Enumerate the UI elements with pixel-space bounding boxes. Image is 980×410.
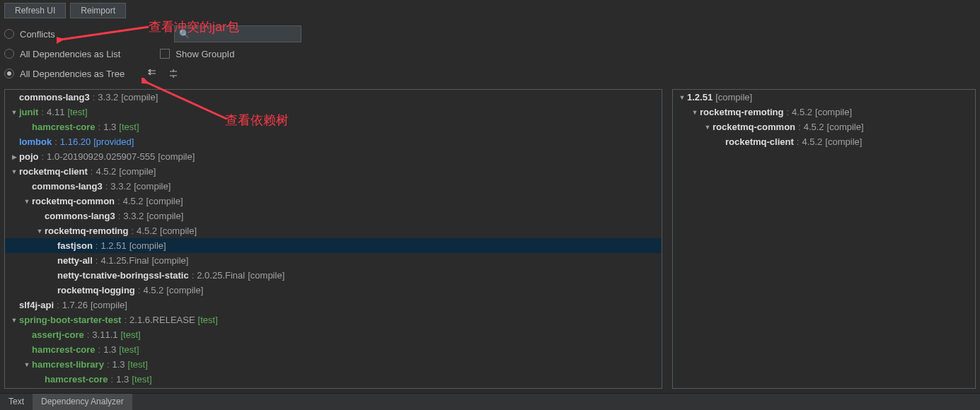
show-groupid-checkbox[interactable] [160, 49, 170, 59]
separator: : [117, 196, 120, 206]
tree-toggle-icon[interactable] [9, 317, 19, 324]
tree-row[interactable]: rocketmq-remoting:4.5.2 [compile] [673, 105, 975, 119]
tree-row[interactable]: spring-boot-starter-test:2.1.6.RELEASE [… [5, 312, 662, 327]
tree-row[interactable]: assertj-core:3.11.1 [test] [5, 327, 662, 342]
refresh-ui-button[interactable]: Refresh UI [4, 3, 66, 18]
show-groupid-label: Show GroupId [175, 49, 234, 59]
separator: : [111, 374, 114, 385]
scope-label: [compile] [146, 196, 183, 206]
tree-row[interactable]: hamcrest-library:1.3 [test] [5, 357, 662, 372]
reimport-button[interactable]: Reimport [70, 3, 126, 18]
artifact-name: rocketmq-client [19, 166, 88, 177]
artifact-name: rocketmq-logging [57, 285, 135, 295]
scope-label: [compile] [825, 136, 862, 147]
artifact-name: rocketmq-remoting [700, 107, 783, 117]
tree-row[interactable]: commons-lang3:3.3.2 [compile] [5, 90, 662, 105]
tree-toggle-icon[interactable] [22, 361, 32, 368]
scope-label: [compile] [129, 240, 166, 251]
artifact-name: rocketmq-client [725, 136, 794, 147]
scope-label: [test] [119, 122, 139, 132]
tree-row[interactable]: hamcrest-core:1.3 [test] [5, 372, 662, 387]
artifact-name: hamcrest-core [45, 374, 108, 385]
separator: : [107, 359, 110, 370]
artifact-name: fastjson [57, 240, 93, 251]
search-box[interactable]: 🔍 [174, 25, 301, 42]
tree-row[interactable]: hamcrest-core:1.3 [test] [5, 342, 662, 357]
tree-toggle-icon[interactable] [690, 109, 700, 116]
collapse-all-icon[interactable] [166, 66, 181, 81]
version-label: 4.5.2 [137, 226, 157, 236]
separator: : [124, 315, 127, 325]
artifact-name: commons-lang3 [19, 92, 90, 102]
dependency-tree-panel[interactable]: commons-lang3:3.3.2 [compile]junit:4.11 … [4, 89, 662, 389]
tree-row[interactable]: rocketmq-client:4.5.2 [compile] [5, 164, 662, 179]
conflicts-radio[interactable] [4, 29, 14, 39]
version-label: 4.5.2 [96, 166, 116, 177]
separator: : [57, 300, 59, 310]
tree-toggle-icon[interactable] [35, 228, 45, 235]
version-label: 1.0-20190929.025907-555 [47, 151, 155, 162]
scope-label: [compile] [119, 166, 156, 177]
tree-row[interactable]: slf4j-api:1.7.26 [compile] [5, 298, 662, 312]
tree-row[interactable]: junit:4.11 [test] [5, 105, 662, 119]
separator: : [118, 211, 121, 221]
view-options: Conflicts 🔍 All Dependencies as List Sho… [0, 21, 980, 89]
tree-toggle-icon[interactable] [9, 109, 19, 116]
version-label: 1.3 [116, 374, 129, 385]
tree-row[interactable]: hamcrest-core:1.3 [test] [5, 119, 662, 134]
search-input[interactable] [190, 29, 296, 39]
tree-toggle-icon[interactable] [9, 168, 19, 175]
artifact-name: commons-lang3 [45, 211, 115, 221]
version-label: 1.3 [113, 359, 125, 370]
version-label: 3.3.2 [110, 181, 131, 192]
tree-row[interactable]: fastjson:1.2.51 [compile] [5, 238, 662, 253]
tree-row[interactable]: rocketmq-logging:4.5.2 [compile] [5, 283, 662, 298]
tree-row[interactable]: rocketmq-client:4.5.2 [compile] [673, 134, 975, 149]
tree-toggle-icon[interactable] [677, 94, 687, 101]
tree-row[interactable]: rocketmq-remoting:4.5.2 [compile] [5, 223, 662, 238]
version-label: 4.5.2 [792, 107, 812, 117]
separator: : [87, 329, 90, 340]
tree-toggle-icon[interactable] [22, 198, 32, 205]
tree-row[interactable]: commons-lang3:3.3.2 [compile] [5, 179, 662, 194]
version-label: 1.2.51 [100, 240, 126, 251]
all-deps-tree-label: All Dependencies as Tree [20, 69, 125, 79]
version-label: 3.3.2 [123, 211, 144, 221]
tree-row[interactable]: commons-lang3:3.3.2 [compile] [5, 209, 662, 223]
separator: : [96, 255, 98, 266]
artifact-name: lombok [19, 136, 52, 147]
tree-row[interactable]: netty-tcnative-boringssl-static:2.0.25.F… [5, 268, 662, 283]
separator: : [98, 344, 101, 355]
expand-all-icon[interactable] [144, 66, 160, 81]
all-deps-list-radio[interactable] [4, 49, 14, 59]
tree-row[interactable]: rocketmq-common:4.5.2 [compile] [673, 119, 975, 134]
scope-label: [compile] [815, 107, 852, 117]
tree-row[interactable]: rocketmq-common:4.5.2 [compile] [5, 194, 662, 209]
tab-dependency-analyzer[interactable]: Dependency Analyzer [33, 394, 132, 410]
scope-label: [test] [198, 315, 218, 325]
artifact-name: hamcrest-library [32, 359, 104, 370]
version-label: 4.5.2 [802, 136, 822, 147]
artifact-name: 1.2.51 [687, 92, 713, 102]
separator: : [41, 151, 44, 162]
scope-label: [compile] [248, 270, 284, 281]
all-deps-tree-radio[interactable] [4, 69, 14, 78]
tree-row[interactable]: lombok:1.16.20 [provided] [5, 134, 662, 149]
version-label: 2.1.6.RELEASE [129, 315, 195, 325]
artifact-name: rocketmq-common [32, 196, 115, 206]
tree-toggle-icon[interactable] [9, 153, 19, 160]
search-icon: 🔍 [179, 29, 190, 39]
scope-label: [compile] [91, 300, 127, 310]
scope-label: [compile] [715, 92, 752, 102]
tree-row[interactable]: netty-all:4.1.25.Final [compile] [5, 253, 662, 268]
tab-text[interactable]: Text [0, 394, 33, 410]
version-label: 1.3 [103, 122, 116, 132]
artifact-name: junit [19, 107, 38, 117]
tree-row[interactable]: pojo:1.0-20190929.025907-555 [compile] [5, 149, 662, 164]
tree-toggle-icon[interactable] [703, 124, 713, 131]
scope-label: [test] [128, 359, 148, 370]
separator: : [105, 181, 108, 192]
tree-row[interactable]: 1.2.51 [compile] [673, 90, 975, 105]
version-label: 4.5.2 [143, 285, 163, 295]
usage-tree-panel[interactable]: 1.2.51 [compile]rocketmq-remoting:4.5.2 … [672, 89, 976, 389]
